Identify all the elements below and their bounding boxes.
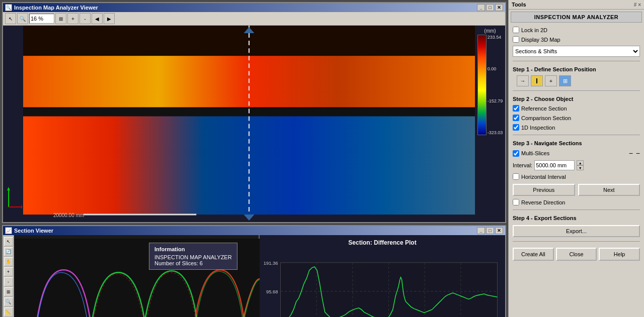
- multi-slices-checkbox[interactable]: [513, 150, 519, 157]
- tool-btn-4[interactable]: +: [4, 267, 13, 276]
- left-toolbar: ↖ 🔄 ✋ + - ⊞ 🔍 📐 🎨 ⚙ 🔺: [3, 235, 14, 317]
- divider-2: [513, 90, 640, 91]
- inspection-1d-checkbox[interactable]: [513, 124, 519, 131]
- ref-section-checkbox[interactable]: [513, 105, 519, 112]
- svg-marker-3: [21, 205, 22, 208]
- step1-label: Step 1 - Define Section Position: [513, 66, 640, 72]
- tool-btn-6[interactable]: ⊞: [4, 287, 13, 296]
- section-3d-view: ↖ 🔄 ✋ + - ⊞ 🔍 📐 🎨 ⚙ 🔺 Information INSPEC…: [3, 235, 260, 317]
- zoom-out-btn[interactable]: -: [79, 13, 91, 24]
- next-button[interactable]: Next: [578, 184, 640, 196]
- pos-btn-arrow-left[interactable]: →: [517, 75, 529, 86]
- colorbar: (mm) 233.54 0.00 -152.79 -323.03: [475, 26, 505, 222]
- close-button[interactable]: ✕: [495, 4, 503, 11]
- svg-text:191.36: 191.36: [264, 261, 278, 266]
- zoom-tool-btn[interactable]: 🔍: [17, 13, 28, 24]
- inspection-1d-label: 1D Inspection: [521, 125, 555, 131]
- plot-title: Section: Difference Plot: [260, 235, 505, 246]
- pointer-tool-btn[interactable]: ↖: [5, 13, 16, 24]
- colorbar-value-mid1: 0.00: [488, 66, 503, 71]
- bottom-window-titlebar: 📈 Section Viewer _ □ ✕: [3, 226, 505, 235]
- info-box: Information INSPECTION MAP ANALYZER Numb…: [149, 243, 237, 270]
- nav-btn2[interactable]: ▶: [104, 13, 115, 24]
- tools-titlebar: Tools # ×: [509, 0, 644, 10]
- colorbar-unit: (mm): [484, 28, 496, 34]
- top-window: 🔍 Inspection Map Analyzer Viewer _ □ ✕ ↖…: [2, 2, 506, 223]
- map-content: 20000.00 mm (mm) 233.54 0.00 -152.79 -32…: [3, 26, 505, 222]
- multi-slices-label: Multi-Slices: [521, 150, 549, 156]
- svg-marker-1: [7, 187, 10, 190]
- minimize-button[interactable]: _: [477, 4, 485, 11]
- bottom-buttons: Create All Close Help: [513, 248, 640, 261]
- axis-arrows-svg: [5, 184, 22, 212]
- nav-btn1[interactable]: ◀: [92, 13, 103, 24]
- close-panel-button[interactable]: Close: [556, 248, 597, 261]
- restore-button[interactable]: □: [486, 4, 494, 11]
- top-window-title: Inspection Map Analyzer Viewer: [14, 5, 98, 11]
- section-minimize-btn[interactable]: _: [477, 227, 485, 234]
- mode-dropdown[interactable]: Sections & Shifts: [513, 46, 640, 57]
- tools-panel-title: Tools: [512, 2, 526, 8]
- display-3d-label: Display 3D Map: [521, 37, 560, 43]
- colorbar-value-bot: -323.03: [488, 130, 503, 135]
- horiz-interval-row: Horizontal Interval: [513, 173, 640, 180]
- pos-btn-cross[interactable]: +: [545, 75, 557, 86]
- pos-btn-center[interactable]: I: [531, 75, 543, 86]
- divider-1: [513, 61, 640, 61]
- section-plot: Section: Difference Plot: [260, 235, 505, 317]
- tool-btn-7[interactable]: 🔍: [4, 297, 13, 306]
- tools-pin[interactable]: # ×: [634, 2, 641, 8]
- ms-minus[interactable]: −: [629, 149, 633, 157]
- reverse-dir-checkbox[interactable]: [513, 199, 519, 205]
- tool-btn-2[interactable]: 🔄: [4, 247, 13, 256]
- svg-text:95.68: 95.68: [266, 289, 278, 294]
- display-3d-row: Display 3D Map: [513, 36, 640, 43]
- bottom-window-title-left: 📈 Section Viewer: [5, 227, 53, 234]
- heatmap-svg: [23, 26, 475, 222]
- help-button[interactable]: Help: [599, 248, 640, 261]
- top-window-title-left: 🔍 Inspection Map Analyzer Viewer: [5, 4, 98, 11]
- colorbar-value-top: 233.54: [488, 35, 503, 40]
- tool-btn-1[interactable]: ↖: [4, 237, 13, 246]
- main-area: 🔍 Inspection Map Analyzer Viewer _ □ ✕ ↖…: [0, 0, 508, 317]
- tool-btn-3[interactable]: ✋: [4, 257, 13, 266]
- zoom-in-btn[interactable]: +: [67, 13, 78, 24]
- lock-2d-checkbox[interactable]: [513, 27, 519, 33]
- ref-section-label: Reference Section: [521, 105, 567, 112]
- pos-btn-grid[interactable]: ⊞: [559, 75, 571, 86]
- colorbar-value-mid2: -152.79: [488, 98, 503, 103]
- plot-svg: 191.36 95.68 0.00 -95.68 -0.00 3000.00 6…: [260, 246, 505, 317]
- bottom-window-controls: _ □ ✕: [477, 227, 503, 234]
- previous-button[interactable]: Previous: [513, 184, 575, 196]
- bottom-window: 📈 Section Viewer _ □ ✕ ↖ 🔄 ✋ + - ⊞: [2, 225, 506, 317]
- bottom-window-title: Section Viewer: [14, 228, 53, 234]
- multi-slices-inner: Multi-Slices: [513, 150, 549, 157]
- comp-section-label: Comparison Section: [521, 115, 571, 121]
- interval-row: Interval: ▲ ▼: [513, 160, 640, 170]
- comp-section-checkbox[interactable]: [513, 115, 519, 121]
- ms-plus[interactable]: −: [636, 149, 640, 157]
- export-button[interactable]: Export...: [513, 225, 640, 237]
- spin-up[interactable]: ▲: [577, 160, 584, 165]
- info-box-title: Information: [154, 246, 232, 252]
- display-3d-checkbox[interactable]: [513, 36, 519, 43]
- section-restore-btn[interactable]: □: [486, 227, 494, 234]
- zoom-input[interactable]: [29, 14, 54, 24]
- zoom-fit-btn[interactable]: ⊞: [55, 13, 66, 24]
- spin-down[interactable]: ▼: [577, 165, 584, 170]
- inspection-1d-row: 1D Inspection: [513, 124, 640, 131]
- reverse-dir-label: Reverse Direction: [521, 199, 565, 205]
- tools-panel: Tools # × INSPECTION MAP ANALYZER Lock i…: [508, 0, 644, 317]
- info-line1: INSPECTION MAP ANALYZER: [154, 254, 232, 260]
- section-close-btn[interactable]: ✕: [495, 227, 503, 234]
- interval-input[interactable]: [534, 160, 575, 170]
- tool-btn-5[interactable]: -: [4, 277, 13, 286]
- divider-3: [513, 135, 640, 135]
- prev-next-row: Previous Next: [513, 184, 640, 196]
- map-analyzer-icon: 🔍: [5, 4, 12, 11]
- ms-controls: − −: [629, 149, 640, 157]
- horiz-interval-checkbox[interactable]: [513, 173, 519, 180]
- section-pos-row: → I + ⊞: [517, 75, 640, 86]
- tool-btn-8[interactable]: 📐: [4, 307, 13, 316]
- create-all-button[interactable]: Create All: [513, 248, 554, 261]
